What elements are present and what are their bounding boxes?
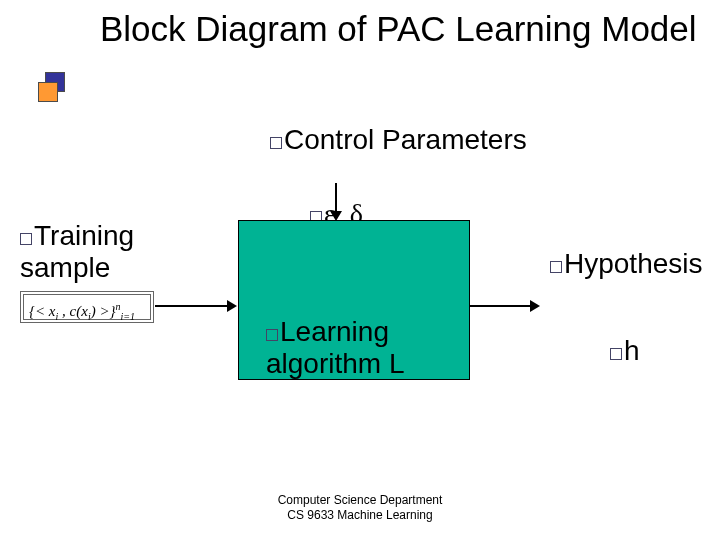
control-text: Control Parameters: [284, 124, 527, 155]
learning-algorithm-label: Learning algorithm L: [266, 316, 462, 380]
bullet-icon: [610, 348, 622, 360]
bullet-icon: [20, 233, 32, 245]
arrow-box-to-hypothesis: [470, 305, 538, 307]
slide-title: Block Diagram of PAC Learning Model: [100, 8, 700, 50]
training-text: Training sample: [20, 220, 134, 283]
slide: Block Diagram of PAC Learning Model Cont…: [0, 0, 720, 540]
bullet-icon: [270, 137, 282, 149]
control-parameters-label: Control Parameters: [270, 124, 530, 156]
training-formula: {< xi , c(xi) >}ni=1: [24, 295, 150, 326]
bullet-icon: [550, 261, 562, 273]
footer-line-1: Computer Science Department: [0, 493, 720, 507]
learning-text: Learning algorithm L: [266, 316, 405, 379]
footer-line-2: CS 9633 Machine Learning: [0, 508, 720, 522]
arrow-training-to-box: [155, 305, 235, 307]
training-formula-frame-inner: {< xi , c(xi) >}ni=1: [23, 294, 151, 320]
hypothesis-text: Hypothesis: [564, 248, 703, 279]
slide-footer: Computer Science Department CS 9633 Mach…: [0, 493, 720, 522]
h-text: h: [624, 335, 640, 366]
hypothesis-label: Hypothesis: [550, 248, 703, 280]
arrow-control-to-box: [335, 183, 337, 219]
training-sample-label: Training sample: [20, 220, 220, 284]
bullet-icon: [266, 329, 278, 341]
h-label: h: [610, 335, 640, 367]
title-bullet-icon: [45, 72, 65, 92]
